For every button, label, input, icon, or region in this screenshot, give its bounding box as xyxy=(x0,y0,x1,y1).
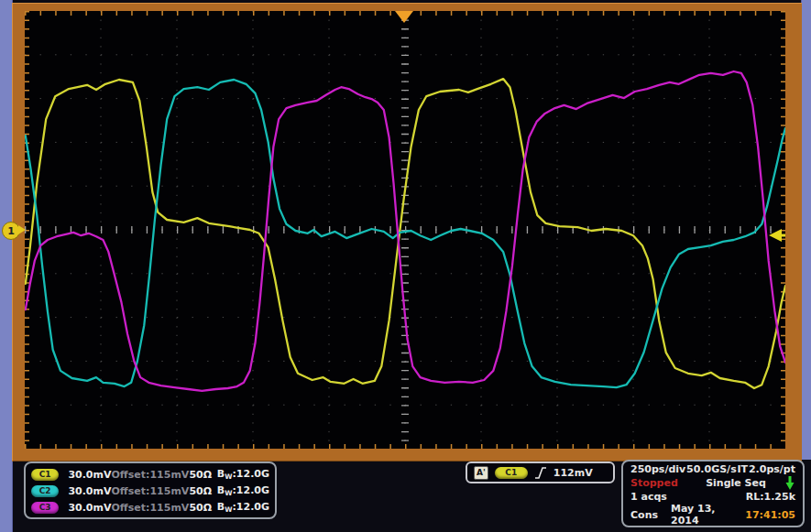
channel-row-c1[interactable]: C1 30.0mV Offset:115mV 50Ω BW:12.0G xyxy=(31,466,269,483)
c1-bandwidth: BW:12.0G xyxy=(217,468,269,481)
trigger-readout-box[interactable]: A' C1 112mV xyxy=(466,461,615,483)
c3-offset: Offset:115mV xyxy=(112,502,190,514)
trigger-level: 112mV xyxy=(553,467,593,479)
channel-row-c3[interactable]: C3 30.0mV Offset:115mV 50Ω BW:12.0G xyxy=(31,499,269,516)
channel-badge-c2[interactable]: C2 xyxy=(31,485,59,497)
c1-offset: Offset:115mV xyxy=(112,469,190,481)
c2-offset: Offset:115mV xyxy=(112,485,190,497)
date-label: May 13, 2014 xyxy=(671,503,745,527)
channel-badge-c3[interactable]: C3 xyxy=(31,502,59,514)
timebase: 250ps/div xyxy=(630,463,685,475)
sampling-mode: IT xyxy=(738,463,749,475)
c1-termination: 50Ω xyxy=(189,469,216,481)
channel1-ref-marker[interactable]: 1 xyxy=(2,222,20,240)
left-side-strip xyxy=(0,0,13,532)
cons-label: Cons xyxy=(630,509,658,521)
a-event-icon: A' xyxy=(474,466,488,480)
trigger-source-badge[interactable]: C1 xyxy=(495,467,528,479)
record-length: RL:1.25k xyxy=(746,491,795,503)
c2-bandwidth: BW:12.0G xyxy=(217,484,269,497)
right-side-strip xyxy=(801,0,811,460)
time-label: 17:41:05 xyxy=(745,509,795,521)
channel-badge-c1[interactable]: C1 xyxy=(31,469,59,481)
channel-row-c2[interactable]: C2 30.0mV Offset:115mV 50Ω BW:12.0G xyxy=(31,483,269,499)
run-indicator-arrow-icon xyxy=(784,475,795,491)
c2-termination: 50Ω xyxy=(189,485,216,497)
graticule-svg xyxy=(25,11,785,449)
channel1-ref-arrow-icon xyxy=(18,225,26,234)
c2-scale: 30.0mV xyxy=(68,485,111,497)
graticule-area xyxy=(25,11,785,449)
c1-scale: 30.0mV xyxy=(68,469,111,481)
resolution: 2.0ps/pt xyxy=(749,463,795,475)
rising-edge-icon xyxy=(534,466,547,480)
acq-count: 1 acqs xyxy=(630,491,667,503)
sample-rate: 50.0GS/s xyxy=(686,463,737,475)
c3-scale: 30.0mV xyxy=(68,502,111,514)
c3-termination: 50Ω xyxy=(189,502,216,514)
acq-status: Stopped xyxy=(630,477,687,489)
run-mode: Single Seq xyxy=(687,477,784,489)
c3-bandwidth: BW:12.0G xyxy=(217,501,269,514)
horizontal-readout-box[interactable]: 250ps/div 50.0GS/s IT 2.0ps/pt Stopped S… xyxy=(621,460,805,527)
oscilloscope-screen: 1 C1 30.0mV Offset:115mV 50Ω BW:12.0G C2… xyxy=(0,0,811,532)
channel-readout-box[interactable]: C1 30.0mV Offset:115mV 50Ω BW:12.0G C2 3… xyxy=(24,461,277,519)
trigger-position-marker[interactable] xyxy=(395,11,413,23)
